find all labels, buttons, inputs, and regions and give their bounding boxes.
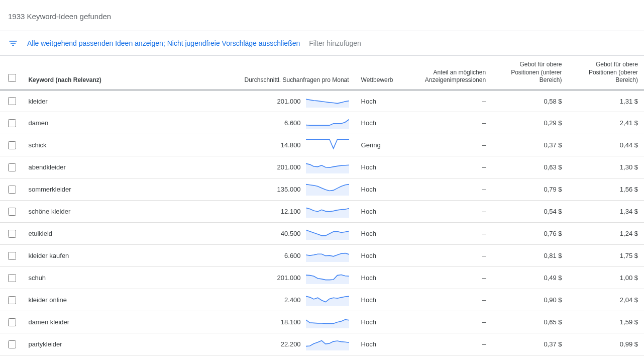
cell-impression-share: – xyxy=(416,223,492,245)
cell-keyword: etuikleid xyxy=(22,223,194,245)
row-checkbox-cell xyxy=(0,289,22,311)
row-checkbox-cell xyxy=(0,267,22,289)
row-checkbox[interactable] xyxy=(8,97,16,105)
cell-bid-high: 1,56 $ xyxy=(568,178,644,201)
table-row: kleider online 2.400 Hoch – 0,90 $ 2,04 … xyxy=(0,289,644,311)
sparkline-chart xyxy=(306,182,349,197)
row-checkbox[interactable] xyxy=(8,340,16,348)
search-volume: 12.100 xyxy=(271,208,301,215)
row-checkbox[interactable] xyxy=(8,163,16,171)
cell-bid-low: 0,37 $ xyxy=(492,333,568,355)
cell-searches: 18.100 xyxy=(195,311,355,333)
cell-competition: Gering xyxy=(355,134,416,156)
row-checkbox[interactable] xyxy=(8,252,16,260)
select-all-checkbox[interactable] xyxy=(8,74,16,82)
cell-searches: 6.600 xyxy=(195,112,355,134)
search-volume: 6.600 xyxy=(271,119,301,127)
cell-searches: 2.400 xyxy=(195,289,355,311)
cell-bid-low: 0,65 $ xyxy=(492,311,568,333)
row-checkbox[interactable] xyxy=(8,208,16,216)
cell-competition: Hoch xyxy=(355,156,416,178)
cell-competition: Hoch xyxy=(355,112,416,134)
row-checkbox-cell xyxy=(0,333,22,355)
add-filter-link[interactable]: Filter hinzufügen xyxy=(309,39,361,47)
row-checkbox-cell xyxy=(0,90,22,112)
table-row: schick 14.800 Gering – 0,37 $ 0,44 $ xyxy=(0,134,644,156)
row-checkbox[interactable] xyxy=(8,119,16,127)
sparkline-chart xyxy=(306,248,349,263)
cell-impression-share: – xyxy=(416,267,492,289)
table-header-row: Keyword (nach Relevanz) Durchschnittl. S… xyxy=(0,56,644,90)
row-checkbox[interactable] xyxy=(8,186,16,194)
cell-competition: Hoch xyxy=(355,311,416,333)
filter-icon[interactable] xyxy=(8,38,18,48)
table-row: partykleider 22.200 Hoch – 0,37 $ 0,99 $ xyxy=(0,333,644,355)
sparkline-chart xyxy=(306,115,349,131)
sparkline-chart xyxy=(306,314,349,330)
cell-competition: Hoch xyxy=(355,223,416,245)
table-row: damen 6.600 Hoch – 0,29 $ 2,41 $ xyxy=(0,112,644,134)
header-searches[interactable]: Durchschnittl. Suchanfragen pro Monat xyxy=(195,56,355,90)
cell-bid-low: 0,49 $ xyxy=(492,267,568,289)
header-bid-high[interactable]: Gebot für obere Positionen (oberer Berei… xyxy=(568,56,644,90)
cell-competition: Hoch xyxy=(355,289,416,311)
row-checkbox[interactable] xyxy=(8,296,16,304)
cell-bid-high: 1,31 $ xyxy=(568,90,644,112)
row-checkbox[interactable] xyxy=(8,141,16,149)
row-checkbox[interactable] xyxy=(8,274,16,282)
cell-bid-high: 1,59 $ xyxy=(568,311,644,333)
row-checkbox-cell xyxy=(0,311,22,333)
cell-keyword: kleider online xyxy=(22,289,194,311)
sparkline-chart xyxy=(306,94,349,109)
cell-keyword: damen kleider xyxy=(22,311,194,333)
active-filters-link[interactable]: Alle weitgehend passenden Ideen anzeigen… xyxy=(27,39,300,47)
cell-impression-share: – xyxy=(416,112,492,134)
cell-searches: 22.200 xyxy=(195,333,355,355)
cell-bid-high: 1,00 $ xyxy=(568,267,644,289)
results-count: 1933 Keyword-Ideen gefunden xyxy=(0,0,644,31)
cell-keyword: abendkleider xyxy=(22,156,194,178)
cell-bid-low: 0,54 $ xyxy=(492,201,568,223)
search-volume: 40.500 xyxy=(271,230,301,237)
row-checkbox-cell xyxy=(0,112,22,134)
cell-searches: 6.600 xyxy=(195,245,355,267)
keyword-ideas-table: Keyword (nach Relevanz) Durchschnittl. S… xyxy=(0,56,644,355)
cell-keyword: sommerkleider xyxy=(22,178,194,201)
search-volume: 2.400 xyxy=(271,296,301,304)
cell-impression-share: – xyxy=(416,311,492,333)
cell-searches: 201.000 xyxy=(195,156,355,178)
cell-bid-high: 1,75 $ xyxy=(568,245,644,267)
cell-competition: Hoch xyxy=(355,201,416,223)
cell-bid-high: 2,04 $ xyxy=(568,289,644,311)
header-keyword[interactable]: Keyword (nach Relevanz) xyxy=(22,56,194,90)
cell-impression-share: – xyxy=(416,156,492,178)
cell-competition: Hoch xyxy=(355,178,416,201)
cell-impression-share: – xyxy=(416,134,492,156)
sparkline-chart xyxy=(306,204,349,219)
cell-impression-share: – xyxy=(416,90,492,112)
cell-bid-low: 0,81 $ xyxy=(492,245,568,267)
cell-bid-low: 0,58 $ xyxy=(492,90,568,112)
cell-keyword: kleider xyxy=(22,90,194,112)
cell-competition: Hoch xyxy=(355,245,416,267)
row-checkbox-cell xyxy=(0,156,22,178)
cell-searches: 201.000 xyxy=(195,90,355,112)
sparkline-chart xyxy=(306,270,349,286)
cell-searches: 40.500 xyxy=(195,223,355,245)
header-bid-low[interactable]: Gebot für obere Positionen (unterer Bere… xyxy=(492,56,568,90)
cell-bid-low: 0,90 $ xyxy=(492,289,568,311)
search-volume: 135.000 xyxy=(271,186,301,193)
row-checkbox[interactable] xyxy=(8,230,16,238)
cell-keyword: kleider kaufen xyxy=(22,245,194,267)
row-checkbox-cell xyxy=(0,223,22,245)
header-impression-share[interactable]: Anteil an möglichen Anzeigenimpressionen xyxy=(416,56,492,90)
header-competition[interactable]: Wettbewerb xyxy=(355,56,416,90)
cell-competition: Hoch xyxy=(355,90,416,112)
row-checkbox[interactable] xyxy=(8,318,16,326)
row-checkbox-cell xyxy=(0,201,22,223)
cell-competition: Hoch xyxy=(355,267,416,289)
cell-searches: 14.800 xyxy=(195,134,355,156)
cell-impression-share: – xyxy=(416,178,492,201)
sparkline-chart xyxy=(306,226,349,241)
cell-keyword: partykleider xyxy=(22,333,194,355)
